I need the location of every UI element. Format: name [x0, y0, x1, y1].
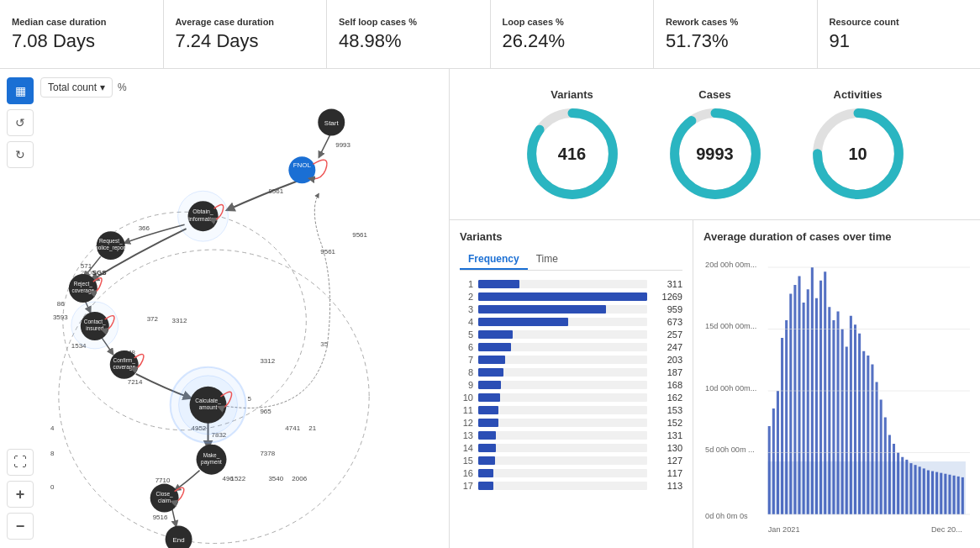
variant-num: 11 — [460, 405, 473, 415]
svg-rect-121 — [940, 473, 942, 514]
variant-row: 14 130 — [460, 443, 682, 453]
svg-text:86: 86 — [57, 300, 65, 308]
variant-count: 959 — [652, 304, 682, 314]
svg-text:SGS: SGS — [92, 269, 107, 277]
svg-rect-111 — [897, 453, 899, 515]
variant-bar-container — [478, 444, 647, 452]
svg-text:9561: 9561 — [352, 231, 367, 239]
variant-bar-container — [478, 406, 647, 414]
variant-count: 311 — [652, 279, 682, 289]
variant-bar-container — [478, 280, 647, 288]
variant-count: 130 — [652, 443, 682, 453]
variant-count: 153 — [652, 405, 682, 415]
svg-rect-88 — [798, 277, 800, 515]
variant-row: 9 168 — [460, 380, 682, 390]
svg-text:15d 00h 00m...: 15d 00h 00m... — [705, 322, 756, 330]
variant-tab-0[interactable]: Frequency — [460, 250, 528, 270]
expand-btn[interactable]: ⛶ — [7, 449, 34, 476]
variant-bar — [478, 419, 498, 427]
svg-rect-89 — [803, 303, 805, 514]
variant-bar — [478, 343, 511, 351]
circle-container-0: 416 — [526, 108, 619, 200]
svg-text:9561: 9561 — [320, 248, 335, 256]
bottom-toolbar: ⛶ + − — [7, 449, 34, 540]
metric-dropdown[interactable]: Total count ▾ — [40, 77, 113, 97]
svg-text:5: 5 — [247, 395, 251, 403]
svg-text:claim: claim — [158, 498, 171, 503]
toolbar-btn-chart[interactable]: ▦ — [7, 77, 34, 104]
variant-count: 113 — [652, 481, 682, 491]
variant-row: 8 187 — [460, 367, 682, 377]
svg-text:4: 4 — [50, 424, 55, 432]
svg-text:2006: 2006 — [292, 475, 307, 482]
variant-num: 17 — [460, 481, 473, 491]
variant-row: 13 131 — [460, 430, 682, 440]
metric-value-3: 26.24% — [503, 30, 642, 52]
dropdown-bar: Total count ▾ % — [40, 77, 127, 97]
left-panel: ▦ ↺ ↻ Total count ▾ % 9993 — [0, 69, 450, 548]
stat-label-0: Variants — [551, 88, 593, 101]
toolbar-btn-refresh[interactable]: ↻ — [7, 141, 34, 168]
variant-num: 1 — [460, 279, 473, 289]
svg-rect-122 — [944, 474, 946, 514]
variant-bar-container — [478, 318, 647, 326]
metric-label-0: Median case duration — [12, 17, 151, 27]
stat-label-2: Activities — [834, 88, 883, 101]
variants-list: 1 311 2 1269 3 959 4 673 5 — [460, 279, 682, 491]
variant-num: 6 — [460, 342, 473, 352]
variant-tab-1[interactable]: Time — [528, 250, 566, 270]
toolbar-btn-filter[interactable]: ↺ — [7, 109, 34, 136]
metric-card-0: Median case duration 7.08 Days — [0, 0, 164, 68]
svg-rect-95 — [828, 307, 830, 514]
variant-row: 7 203 — [460, 355, 682, 365]
variant-bar — [478, 356, 505, 364]
stats-row: Variants 416 Cases 9993 Activities — [450, 69, 980, 220]
variant-bar-container — [478, 381, 647, 389]
left-toolbar: ▦ ↺ ↻ — [7, 77, 34, 168]
process-map: 9993 9561 366 571 86 1534 7214 7832 — [0, 69, 449, 548]
zoom-out-btn[interactable]: − — [7, 513, 34, 540]
variant-bar — [478, 292, 647, 301]
svg-rect-124 — [953, 476, 956, 514]
variant-num: 3 — [460, 304, 473, 314]
duration-title: Average duration of cases over time — [703, 230, 970, 243]
variant-bar-container — [478, 469, 647, 477]
svg-rect-90 — [807, 289, 809, 514]
duration-chart-area: 20d 00h 00m... 15d 00h 00m... 10d 00h 00… — [703, 250, 970, 532]
svg-rect-96 — [832, 320, 835, 514]
svg-rect-98 — [841, 329, 844, 515]
stat-value-0: 416 — [558, 145, 586, 164]
svg-text:Obtain_: Obtain_ — [192, 208, 213, 215]
zoom-in-btn[interactable]: + — [7, 481, 34, 508]
circle-container-2: 10 — [812, 108, 904, 200]
variant-bar — [478, 381, 501, 389]
variant-count: 152 — [652, 418, 682, 428]
duration-panel: Average duration of cases over time 20d … — [693, 220, 980, 548]
stat-item-1: Cases 9993 — [669, 88, 761, 200]
variant-bar — [478, 280, 519, 288]
chevron-down-icon: ▾ — [100, 82, 105, 93]
stat-value-2: 10 — [848, 145, 867, 164]
svg-rect-107 — [880, 400, 883, 515]
svg-rect-85 — [785, 320, 788, 514]
svg-text:coverage: coverage — [72, 287, 95, 294]
metric-value-1: 7.24 Days — [176, 30, 315, 52]
svg-rect-97 — [837, 312, 840, 515]
svg-text:payment: payment — [201, 459, 222, 466]
svg-rect-81 — [768, 426, 771, 514]
stat-item-2: Activities 10 — [812, 88, 904, 200]
variant-bar-container — [478, 292, 647, 301]
svg-rect-119 — [931, 472, 934, 514]
svg-rect-102 — [858, 334, 861, 514]
variant-bar — [478, 305, 606, 314]
variant-count: 127 — [652, 456, 682, 466]
svg-text:FNOL: FNOL — [293, 161, 312, 169]
metric-value-5: 91 — [830, 30, 969, 52]
svg-text:insured: insured — [86, 325, 104, 331]
variant-num: 10 — [460, 393, 473, 403]
variant-row: 5 257 — [460, 329, 682, 340]
svg-rect-125 — [957, 477, 960, 514]
svg-text:Start: Start — [324, 119, 340, 127]
svg-rect-109 — [888, 435, 891, 515]
variants-panel: Variants FrequencyTime 1 311 2 1269 3 95… — [450, 220, 693, 548]
